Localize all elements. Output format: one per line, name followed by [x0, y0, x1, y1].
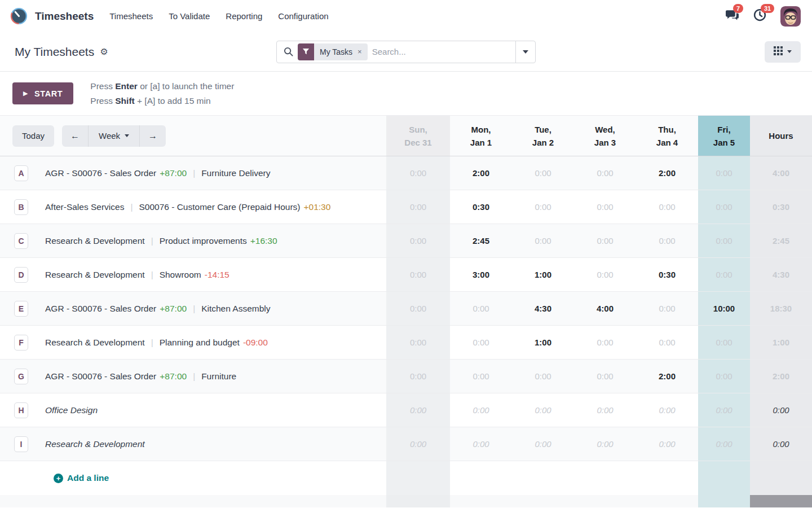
grid-cell[interactable]: 0:00 — [386, 360, 450, 393]
grid-cell[interactable]: 2:00 — [636, 360, 698, 393]
grid-cell[interactable]: 0:00 — [574, 393, 636, 427]
grid-cell[interactable]: 10:00 — [698, 292, 750, 325]
grid-cell[interactable]: 4:30 — [512, 292, 574, 325]
control-panel: My Timesheets ⚙ My Tasks × — [0, 32, 812, 72]
row-title[interactable]: Research & Development — [45, 439, 145, 449]
grid-cell[interactable]: 0:00 — [698, 190, 750, 224]
grid-cell[interactable]: 0:00 — [512, 427, 574, 461]
total-cell — [698, 495, 750, 507]
next-period-button[interactable]: → — [139, 125, 166, 147]
grid-cell[interactable]: 2:00 — [450, 156, 512, 190]
search-dropdown-toggle[interactable] — [515, 41, 535, 63]
grid-cell[interactable]: 0:00 — [512, 393, 574, 427]
grid-cell[interactable]: 0:00 — [386, 224, 450, 257]
grid-cell[interactable]: 0:00 — [386, 292, 450, 325]
row-title[interactable]: After-Sales Services|S00076 - Customer C… — [45, 202, 330, 212]
messages-button[interactable]: 7 — [725, 8, 739, 24]
column-day-label: Mon, — [471, 123, 491, 136]
grid-cell[interactable]: 0:00 — [698, 258, 750, 291]
grid-cell[interactable]: 0:00 — [512, 190, 574, 224]
grid-cell[interactable]: 0:00 — [512, 224, 574, 257]
grid-cell[interactable]: 2:00 — [636, 156, 698, 190]
previous-period-button[interactable]: ← — [62, 125, 88, 147]
nav-item-reporting[interactable]: Reporting — [226, 11, 262, 21]
task-name: Planning and budget — [160, 338, 240, 347]
row-title[interactable]: AGR - S00076 - Sales Order+87:00|Furnitu… — [45, 168, 270, 178]
row-total-cell: 1:00 — [750, 326, 812, 359]
grid-cell[interactable]: 4:00 — [574, 292, 636, 325]
grid-cell[interactable]: 0:00 — [574, 190, 636, 224]
column-header-sun: Sun,Dec 31 — [386, 116, 450, 156]
grid-cell[interactable]: 2:45 — [450, 224, 512, 257]
grid-cell[interactable]: 0:00 — [574, 326, 636, 359]
activities-button[interactable]: 31 — [753, 8, 767, 24]
row-letter-badge: E — [14, 301, 28, 317]
row-title[interactable]: Office Design — [45, 405, 98, 415]
grid-cell[interactable]: 0:00 — [450, 292, 512, 325]
grid-cell[interactable]: 0:30 — [450, 190, 512, 224]
row-title[interactable]: Research & Development|Product improveme… — [45, 236, 277, 246]
grid-cell[interactable]: 0:00 — [450, 427, 512, 461]
gear-icon[interactable]: ⚙ — [100, 46, 108, 57]
grid-cell[interactable]: 0:30 — [636, 258, 698, 291]
nav-item-to-validate[interactable]: To Validate — [169, 11, 210, 21]
range-selector-button[interactable]: Week — [88, 125, 139, 147]
grid-cell[interactable]: 0:00 — [698, 156, 750, 190]
grid-cell[interactable]: 0:00 — [574, 156, 636, 190]
facet-remove-icon[interactable]: × — [358, 47, 362, 56]
grid-cell[interactable]: 0:00 — [450, 326, 512, 359]
column-header-fri: Fri,Jan 5 — [698, 116, 750, 156]
row-title[interactable]: AGR - S00076 - Sales Order+87:00|Furnitu… — [45, 371, 236, 382]
grid-cell[interactable]: 0:00 — [386, 156, 450, 190]
grid-cell[interactable]: 0:00 — [698, 224, 750, 257]
grid-cell[interactable]: 0:00 — [386, 393, 450, 427]
separator: | — [193, 304, 195, 313]
grid-cell[interactable]: 0:00 — [698, 326, 750, 359]
empty-cell — [698, 461, 750, 495]
add-line-row: + Add a line — [0, 461, 812, 495]
grid-cell[interactable]: 0:00 — [386, 326, 450, 359]
separator: | — [130, 202, 133, 212]
grid-cell[interactable]: 0:00 — [512, 156, 574, 190]
grid-cell[interactable]: 0:00 — [574, 258, 636, 291]
grid-cell[interactable]: 0:00 — [636, 224, 698, 257]
timesheet-row: FResearch & Development|Planning and bud… — [0, 326, 812, 360]
grid-cell[interactable]: 0:00 — [450, 360, 512, 393]
row-title[interactable]: AGR - S00076 - Sales Order+87:00|Kitchen… — [45, 304, 271, 314]
row-title[interactable]: Research & Development|Planning and budg… — [45, 338, 268, 348]
grid-cell[interactable]: 0:00 — [698, 427, 750, 461]
user-avatar[interactable] — [780, 6, 801, 27]
grid-cell[interactable]: 0:00 — [636, 190, 698, 224]
add-line-button[interactable]: + Add a line — [54, 473, 109, 483]
grid-cell[interactable]: 0:00 — [386, 427, 450, 461]
grid-cell[interactable]: 0:00 — [386, 258, 450, 291]
column-header-thu: Thu,Jan 4 — [636, 116, 698, 156]
grid-cell[interactable]: 1:00 — [512, 258, 574, 291]
grid-cell[interactable]: 0:00 — [636, 393, 698, 427]
stopwatch-app-icon[interactable] — [10, 7, 28, 25]
grid-cell[interactable]: 1:00 — [512, 326, 574, 359]
row-title[interactable]: Research & Development|Showroom-14:15 — [45, 270, 230, 280]
search-input[interactable] — [372, 47, 515, 56]
app-name[interactable]: Timesheets — [35, 10, 94, 23]
grid-cell[interactable]: 0:00 — [698, 393, 750, 427]
grid-cell[interactable]: 0:00 — [574, 427, 636, 461]
grid-cell[interactable]: 0:00 — [636, 292, 698, 325]
grid-cell[interactable]: 0:00 — [386, 190, 450, 224]
grid-cell[interactable]: 0:00 — [636, 326, 698, 359]
view-switcher-button[interactable] — [765, 41, 801, 63]
grid-cell[interactable]: 0:00 — [574, 360, 636, 393]
range-label: Week — [99, 131, 120, 141]
grid-cell[interactable]: 0:00 — [574, 224, 636, 257]
grid-cell[interactable]: 0:00 — [450, 393, 512, 427]
grid-cell[interactable]: 0:00 — [512, 360, 574, 393]
grid-cell[interactable]: 3:00 — [450, 258, 512, 291]
column-date-label: Jan 5 — [713, 136, 735, 149]
nav-item-configuration[interactable]: Configuration — [278, 11, 328, 21]
arrow-right-icon: → — [148, 131, 157, 141]
grid-cell[interactable]: 0:00 — [698, 360, 750, 393]
start-timer-button[interactable]: ▶ START — [12, 82, 73, 104]
nav-item-timesheets[interactable]: Timesheets — [109, 11, 153, 21]
today-button[interactable]: Today — [12, 125, 54, 147]
grid-cell[interactable]: 0:00 — [636, 427, 698, 461]
